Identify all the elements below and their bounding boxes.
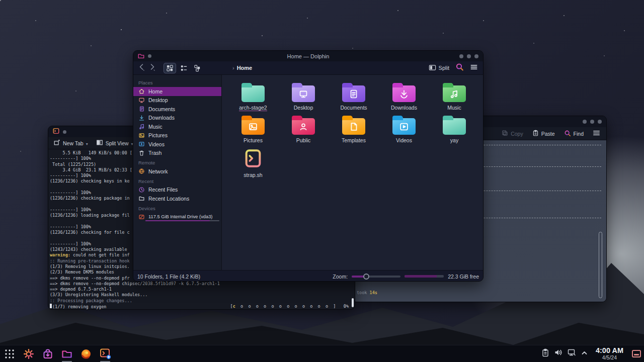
sidebar-item-trash[interactable]: Trash xyxy=(133,149,221,158)
terminal-scrollbar[interactable] xyxy=(352,298,354,307)
clock[interactable]: 4:00 AM 4/5/24 xyxy=(596,347,623,360)
sidebar-item-label: 117.5 GiB Internal Drive (vda3) xyxy=(148,214,212,219)
file-item-pictures[interactable]: Pictures xyxy=(228,114,278,146)
folder-icon xyxy=(392,85,416,102)
clipboard-icon[interactable] xyxy=(541,348,549,359)
new-tab-icon xyxy=(53,139,60,147)
folder-icon xyxy=(292,118,315,135)
folder-icon xyxy=(392,118,416,135)
search-icon[interactable] xyxy=(455,63,464,73)
clock-time: 4:00 AM xyxy=(596,347,623,354)
terminal-icon[interactable] xyxy=(99,347,112,360)
icons-view-button[interactable] xyxy=(164,63,176,73)
tree-view-button[interactable] xyxy=(192,63,203,73)
file-item-label: yay xyxy=(450,138,458,143)
maximize-button[interactable] xyxy=(590,120,594,124)
file-item-yay[interactable]: yay xyxy=(429,114,479,146)
hamburger-menu-icon[interactable] xyxy=(593,129,600,138)
file-manager-icon[interactable] xyxy=(60,347,73,360)
new-tab-button[interactable]: New Tab ▾ xyxy=(53,139,88,147)
sidebar-item-recent-files[interactable]: Recent Files xyxy=(133,186,221,195)
folder-icon xyxy=(342,85,365,102)
folder-icon xyxy=(242,118,265,135)
sidebar-item-home[interactable]: Home xyxy=(133,87,221,96)
sidebar-item-117-5-gib-internal-drive-vda3[interactable]: 117.5 GiB Internal Drive (vda3) xyxy=(133,213,221,222)
sidebar-item-pictures[interactable]: Pictures xyxy=(133,131,221,140)
sidebar-item-desktop[interactable]: Desktop xyxy=(133,96,221,105)
recent-locations-icon xyxy=(138,195,145,202)
free-space-label: 22.3 GiB free xyxy=(448,274,479,280)
videos-icon xyxy=(138,141,145,147)
forward-button[interactable] xyxy=(149,63,155,73)
file-item-arch-stage2[interactable]: arch-stage2 xyxy=(228,81,278,113)
music-icon xyxy=(138,123,145,130)
file-item-templates[interactable]: Templates xyxy=(329,114,379,146)
sidebar-item-documents[interactable]: Documents xyxy=(133,105,221,114)
system-settings-icon[interactable] xyxy=(22,347,35,360)
expand-tray-icon[interactable] xyxy=(581,349,588,358)
split-button[interactable]: Split xyxy=(429,64,449,72)
drive-icon xyxy=(138,214,145,220)
scrollbar[interactable] xyxy=(599,232,602,298)
file-item-label: Music xyxy=(447,105,461,111)
sidebar-section-remote: Remote xyxy=(133,157,221,167)
web-browser-icon[interactable] xyxy=(79,347,93,360)
split-view-button[interactable]: Split View ▾ xyxy=(96,139,133,147)
network-icon[interactable] xyxy=(567,348,576,358)
zoom-slider-knob[interactable] xyxy=(363,274,369,280)
file-item-downloads[interactable]: Downloads xyxy=(379,81,429,113)
sidebar-item-music[interactable]: Music xyxy=(133,122,221,131)
folder-icon xyxy=(242,85,265,102)
trash-icon xyxy=(138,150,145,156)
desktop: Copy Paste Find took 14s xyxy=(0,0,644,362)
terminal-line: (1/7) removing oxygen[c o o o o o o o o … xyxy=(50,304,355,309)
dolphin-file-view[interactable]: arch-stage2DesktopDocumentsDownloadsMusi… xyxy=(222,75,483,270)
hamburger-menu-icon[interactable] xyxy=(470,63,478,72)
volume-icon[interactable] xyxy=(554,348,562,358)
sidebar-item-downloads[interactable]: Downloads xyxy=(133,114,221,123)
file-item-music[interactable]: Music xyxy=(429,81,479,113)
documents-icon xyxy=(138,106,145,112)
details-view-button[interactable] xyxy=(178,63,190,73)
sidebar-item-label: Recent Files xyxy=(148,187,178,193)
file-item-label: Videos xyxy=(396,138,412,143)
titlebar-pin-button[interactable] xyxy=(63,130,66,134)
app-launcher-icon[interactable] xyxy=(3,347,16,360)
sidebar-item-videos[interactable]: Videos xyxy=(133,140,221,149)
sidebar-item-label: Pictures xyxy=(148,132,168,138)
copy-button[interactable]: Copy xyxy=(502,130,523,137)
find-button[interactable]: Find xyxy=(564,130,584,138)
sidebar-item-network[interactable]: Network xyxy=(133,167,221,176)
file-item-strap-sh[interactable]: strap.sh xyxy=(228,146,278,178)
paste-button[interactable]: Paste xyxy=(532,130,555,137)
breadcrumb[interactable]: › Home xyxy=(232,65,252,71)
file-item-videos[interactable]: Videos xyxy=(379,114,429,146)
file-item-label: arch-stage2 xyxy=(239,105,267,111)
dolphin-window[interactable]: Home — Dolphin xyxy=(133,50,484,282)
sidebar-item-label: Network xyxy=(148,168,168,174)
sidebar-item-label: Home xyxy=(148,88,163,95)
file-item-label: Desktop xyxy=(294,105,313,111)
software-center-icon[interactable] xyxy=(41,347,54,360)
peek-desktop-widget[interactable] xyxy=(632,350,641,357)
prompt-duration: took 14s xyxy=(357,290,377,295)
sidebar-item-recent-locations[interactable]: Recent Locations xyxy=(133,194,221,203)
minimize-button[interactable] xyxy=(583,120,587,124)
close-button[interactable] xyxy=(598,120,602,124)
zoom-slider[interactable] xyxy=(352,276,400,278)
breadcrumb-home[interactable]: Home xyxy=(237,65,253,71)
back-button[interactable] xyxy=(138,63,145,73)
file-item-public[interactable]: Public xyxy=(278,114,329,146)
file-item-label: Documents xyxy=(340,105,367,111)
downloads-icon xyxy=(138,115,145,121)
file-item-documents[interactable]: Documents xyxy=(329,81,379,113)
split-icon xyxy=(429,64,436,72)
clock-date: 4/5/24 xyxy=(596,355,623,360)
file-item-label: Pictures xyxy=(244,138,263,143)
folder-icon xyxy=(292,85,315,102)
sidebar-item-label: Documents xyxy=(148,106,175,112)
dolphin-sidebar: PlacesHomeDesktopDocumentsDownloadsMusic… xyxy=(133,75,222,270)
file-item-desktop[interactable]: Desktop xyxy=(278,81,329,113)
paste-icon xyxy=(532,130,539,137)
titlebar[interactable]: Home — Dolphin xyxy=(133,51,483,61)
